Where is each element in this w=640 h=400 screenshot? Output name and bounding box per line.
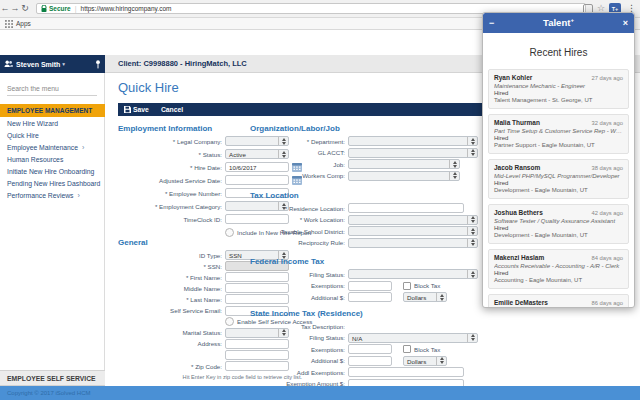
sidebar-item-label: Pending New Hires Dashboard [7,178,100,190]
hire-card[interactable]: Malia Thurman32 days agoPart Time Setup … [488,114,629,154]
sidebar-nav: New Hire WizardQuick HireEmployee Mainte… [0,118,105,202]
section-federal-income-tax: Federal Income TaxFiling Status:Exemptio… [250,257,324,266]
form-row: GL ACCT: [250,148,478,158]
hire-status: Hired [494,225,623,231]
department-select[interactable] [348,136,478,146]
field-label: Marital Status: [118,329,222,336]
section-title: Federal Income Tax [250,257,324,266]
select-arrows-icon [436,293,446,301]
enable-self-service-access-checkbox[interactable] [225,317,234,326]
residence-location-input[interactable] [348,203,464,213]
user-name: Steven Smith [16,61,60,68]
sidebar-item-label: Employee Maintenance [7,142,78,154]
hire-role: Part Time Setup & Customer Service Rep -… [494,128,623,134]
close-icon[interactable]: × [623,18,628,28]
sidebar-item-employee-maintenance[interactable]: Employee Maintenance› [0,142,105,154]
additional-unit-select[interactable]: Dollars [403,292,447,302]
include-in-new-hire-report-checkbox[interactable] [225,228,234,237]
form-row: Filing Status:N/A [250,333,478,343]
work-location-select[interactable] [348,215,478,225]
hire-status: Hired [494,135,623,141]
sidebar-item-label: Initiate New Hire Onboarding [7,166,94,178]
field-label: * Status: [118,151,222,158]
form-row: * Work Location: [250,215,478,225]
sidebar-item-performance-reviews[interactable]: Performance Reviews› [0,190,105,202]
pin-icon[interactable] [95,60,101,69]
exemptions-input[interactable] [348,281,392,291]
hire-name: Jacob Ransom [494,164,540,171]
hire-role: Maintenance Mechanic - Engineer [494,83,623,89]
field-label: Exemptions: [250,346,345,353]
hire-role: Accounts Receivable - Accounting - A/R -… [494,263,623,269]
hire-top: Ryan Kohler27 days ago [494,74,623,81]
search-input[interactable] [7,82,97,96]
form-row: Filing Status: [250,269,478,279]
section-title: Tax Location [250,191,299,200]
select-arrows-icon [467,239,477,247]
field-label: Reciprocity Rule: [250,239,345,246]
reciprocity-rule-select[interactable] [348,238,478,248]
addl-exemptions-input[interactable] [348,367,464,377]
sidebar-item-label: Performance Reviews [7,190,73,202]
workers-comp-select[interactable] [348,171,460,181]
sidebar-item-label: New Hire Wizard [7,118,58,130]
job-select[interactable] [348,159,460,169]
hire-location: Accounting - Eagle Mountain, UT [494,277,623,283]
app-footer: Copyright © 2017 iSolved HCM [0,386,640,400]
field-label: * Zip Code: [118,363,222,370]
sidebar-item-human-resources[interactable]: Human Resources [0,154,105,166]
hire-status: Hired [494,270,623,276]
hire-ago: 86 days ago [591,300,623,306]
block-tax-checkbox[interactable] [403,282,411,290]
hire-card[interactable]: Makenzi Haslam84 days agoAccounts Receiv… [488,249,629,289]
select-arrows-icon [467,216,477,224]
sidebar-item-quick-hire[interactable]: Quick Hire [0,130,105,142]
sidebar-item-pending-new-hires-dashboard[interactable]: Pending New Hires Dashboard [0,178,105,190]
sidebar-item-label: Human Resources [7,154,63,166]
sidebar-item-new-hire-wizard[interactable]: New Hire Wizard [0,118,105,130]
hire-name: Malia Thurman [494,119,540,126]
hire-role: Mid-Level PHP/MySQL Programmer/Developer [494,173,623,179]
additional-input[interactable] [348,292,392,302]
user-menu[interactable]: Steven Smith ▾ [0,55,105,73]
talent-popup: − Talent+ × Recent Hires Ryan Kohler27 d… [482,12,635,308]
form-row: * Residence Location: [250,203,464,213]
select-arrows-icon [467,149,477,157]
sidebar: Steven Smith ▾ EMPLOYEE MANAGEMENT New H… [0,55,105,386]
field-label: TimeClock ID: [118,216,222,223]
additional-input[interactable] [348,356,392,366]
hire-top: Joshua Bethers42 days ago [494,209,623,216]
gl-acct-select[interactable] [348,148,478,158]
form-row: Tax Description: [250,321,345,331]
section-state-income-tax-residence: State Income Tax (Residence)Tax Descript… [250,309,363,318]
employee-self-service-header[interactable]: EMPLOYEE SELF SERVICE [0,370,105,386]
taxable-school-district-select[interactable] [348,226,478,236]
hire-card[interactable]: Joshua Bethers42 days agoSoftware Tester… [488,204,629,244]
block-tax-checkbox[interactable] [403,345,411,353]
field-label: * Employment Category: [118,203,222,210]
hire-card[interactable]: Emilie DeMasters86 days ago [488,294,629,307]
hire-top: Emilie DeMasters86 days ago [494,299,623,306]
sidebar-item-initiate-new-hire-onboarding[interactable]: Initiate New Hire Onboarding [0,166,105,178]
form-row: Additional $:Dollars [250,356,447,366]
field-label: * Department: [250,138,345,145]
form-row: Addl Exemptions: [250,367,464,377]
field-label: Middle Name: [118,285,222,292]
field-label: * Legal Company: [118,138,222,145]
additional-unit-select[interactable]: Dollars [403,356,447,366]
talent-popup-header: − Talent+ × [483,13,634,33]
filing-status-select[interactable]: N/A [348,333,478,343]
section-organization-labor-job: Organization/Labor/Job* Department:GL AC… [250,124,340,133]
hire-ago: 38 days ago [591,165,623,171]
section-title: Organization/Labor/Job [250,124,340,133]
field-label: Additional $: [250,357,345,364]
hire-card[interactable]: Jacob Ransom38 days agoMid-Level PHP/MyS… [488,159,629,199]
field-label: Self Service Email: [118,307,222,314]
recent-hires-list: Ryan Kohler27 days agoMaintenance Mechan… [488,69,629,307]
filing-status-select[interactable] [348,269,478,279]
field-label: Job: [250,161,345,168]
exemptions-input[interactable] [348,344,392,354]
hire-card[interactable]: Ryan Kohler27 days agoMaintenance Mechan… [488,69,629,109]
field-label: Additional $: [250,294,345,301]
field-label: Tax Description: [250,323,345,330]
